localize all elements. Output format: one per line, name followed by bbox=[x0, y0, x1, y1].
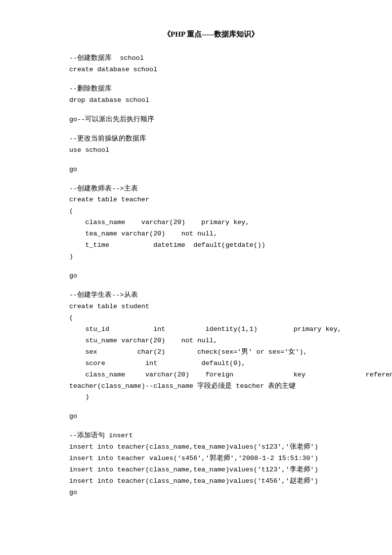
code-drop-db: drop database school bbox=[69, 95, 352, 106]
student-field-0: stu_id int identity(1,1) primary key, bbox=[69, 324, 352, 335]
code-create-db: create database school bbox=[69, 64, 352, 76]
student-close: ) bbox=[69, 392, 352, 403]
page-title: 《PHP 重点-----数据库知识》 bbox=[69, 30, 352, 39]
comment-drop-db: --删除数据库 bbox=[69, 84, 352, 95]
code-use-db: use school bbox=[69, 145, 352, 156]
code-create-teacher: create table teacher ( class_name varcha… bbox=[69, 194, 352, 263]
comment-go-note: go--可以派出先后执行顺序 bbox=[69, 114, 352, 126]
code-create-student-top: create table student ( bbox=[69, 301, 352, 324]
section-go-note: go--可以派出先后执行顺序 bbox=[69, 114, 352, 126]
section-create-db: --创建数据库 school create database school bbox=[69, 53, 352, 76]
go-line-3: go bbox=[69, 411, 352, 422]
go-line-2: go bbox=[69, 271, 352, 282]
insert-line-0: insert into teacher(class_name,tea_name)… bbox=[69, 442, 352, 453]
student-field-4: class_name varchar(20) foreign key refer… bbox=[69, 370, 352, 381]
student-field-2: sex char(2) check(sex='男' or sex='女'), bbox=[69, 347, 352, 358]
section-drop-db: --删除数据库 drop database school bbox=[69, 84, 352, 106]
comment-create-db: --创建数据库 school bbox=[69, 53, 352, 64]
insert-line-2: insert into teacher(class_name,tea_name)… bbox=[69, 464, 352, 476]
insert-go: go bbox=[69, 487, 352, 499]
insert-line-3: insert into teacher(class_name,tea_name)… bbox=[69, 476, 352, 487]
section-use-db: --更改当前操纵的数据库 use school bbox=[69, 134, 352, 156]
insert-line-1: insert into teacher values('s456','郭老师',… bbox=[69, 453, 352, 464]
comment-create-teacher: --创建教师表-->主表 bbox=[69, 184, 352, 195]
comment-create-student: --创建学生表-->从表 bbox=[69, 290, 352, 301]
comment-use-db: --更改当前操纵的数据库 bbox=[69, 134, 352, 145]
comment-insert: --添加语句 insert bbox=[69, 430, 352, 442]
section-insert: --添加语句 insert insert into teacher(class_… bbox=[69, 430, 352, 499]
section-create-student: --创建学生表-->从表 create table student ( stu_… bbox=[69, 290, 352, 403]
student-fk-note: teacher(class_name)--class_name 字段必须是 te… bbox=[69, 381, 352, 392]
section-create-teacher: --创建教师表-->主表 create table teacher ( clas… bbox=[69, 184, 352, 263]
student-field-3: score int default(0), bbox=[69, 358, 352, 370]
student-field-1: stu_name varchar(20) not null, bbox=[69, 335, 352, 347]
go-line-1: go bbox=[69, 164, 352, 176]
